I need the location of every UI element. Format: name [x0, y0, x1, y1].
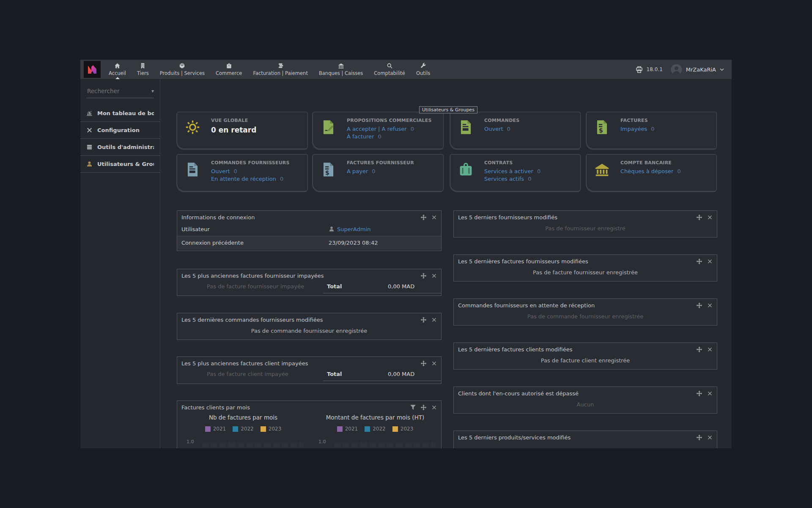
chart-panel-montant-factures: Montant de factures par mois (HT) 2021 2… [309, 412, 441, 448]
kpi-link[interactable]: Services à activer [484, 168, 533, 174]
move-icon[interactable] [421, 215, 426, 220]
kpi-link[interactable]: À facturer [347, 133, 374, 140]
kpi-title: FACTURES [620, 118, 711, 123]
widget-title: Les 5 dernières commandes fournisseurs m… [181, 317, 421, 323]
kpi-link[interactable]: A accepter | A refuser [347, 126, 407, 132]
close-icon[interactable] [707, 435, 713, 440]
widget-derniers-fournisseurs-modifies: Les 5 derniers fournisseurs modifiés Pas… [453, 210, 717, 237]
chart-legend: 2021 2022 2023 [309, 426, 441, 432]
nav-item-facturation-paiement[interactable]: Facturation | Paiement [247, 60, 313, 79]
printer-icon[interactable] [636, 66, 643, 73]
sidebar-item-users-groups[interactable]: Utilisateurs & Group... [80, 156, 160, 173]
nav-item-comptabilite[interactable]: Comptabilité [368, 60, 411, 79]
kpi-box-contrats: CONTRATS Services à activer0 Services ac… [450, 154, 581, 191]
kpi-link[interactable]: Ouvert [484, 126, 503, 132]
sidebar-item-configuration[interactable]: Configuration [80, 122, 160, 139]
move-icon[interactable] [697, 435, 702, 440]
nav-label: Produits | Services [160, 70, 205, 76]
nav-item-tiers[interactable]: Tiers [132, 60, 154, 79]
kpi-link[interactable]: Ouvert [211, 168, 230, 174]
empty-note: Pas de commande fournisseur enregistrée [177, 325, 441, 334]
bank-building-icon [594, 162, 610, 177]
total-row: Pas de facture client impayée Total 0,00… [177, 368, 441, 381]
sidebar-search[interactable]: ▾ [86, 87, 154, 98]
legend-swatch-2021 [205, 426, 211, 432]
total-label: Total [327, 283, 342, 290]
move-icon[interactable] [421, 317, 426, 323]
widget-title: Informations de connexion [181, 214, 421, 221]
sidebar-item-admin-tools[interactable]: Outils d'administrati... [80, 139, 160, 156]
close-icon[interactable] [431, 273, 437, 279]
superadmin-link[interactable]: SuperAdmin [337, 226, 371, 232]
nav-item-outils[interactable]: Outils [411, 60, 436, 79]
kpi-box-commandes: COMMANDES Ouvert0 [450, 112, 581, 149]
kpi-link[interactable]: A payer [347, 168, 368, 174]
nav-label: Accueil [109, 70, 126, 76]
kpi-link[interactable]: Services actifs [484, 176, 524, 182]
close-icon[interactable] [431, 361, 437, 366]
kpi-title: VUE GLOBALE [211, 118, 302, 123]
chart-title: Nb de factures par mois [177, 414, 309, 421]
version-label: 18.0.1 [647, 66, 663, 72]
close-icon[interactable] [707, 391, 713, 396]
close-icon[interactable] [707, 215, 713, 220]
user-avatar[interactable] [671, 64, 682, 75]
invoice-icon: $ [594, 119, 610, 135]
close-icon[interactable] [707, 347, 713, 352]
widget-dernieres-factures-fournisseurs: Les 5 dernières factures fournisseurs mo… [453, 254, 717, 282]
move-icon[interactable] [421, 273, 426, 279]
sidebar-item-dashboard[interactable]: Mon tableau de bord [80, 105, 160, 122]
legend-label: 2021 [213, 426, 226, 432]
close-icon[interactable] [707, 303, 713, 308]
move-icon[interactable] [697, 215, 702, 220]
move-icon[interactable] [697, 347, 702, 352]
empty-note: Pas de facture client enregistrée [454, 354, 717, 364]
widget-title: Les 5 derniers produits/services modifié… [458, 434, 697, 441]
close-icon[interactable] [431, 317, 437, 323]
home-icon [114, 63, 121, 69]
kpi-count: 0 [677, 168, 680, 174]
kpi-title: COMMANDES [484, 118, 575, 123]
nav-label: Comptabilité [374, 70, 405, 76]
info-label: Utilisateur [181, 226, 210, 232]
nav-item-produits-services[interactable]: Produits | Services [154, 60, 210, 79]
kpi-count: 0 [372, 168, 375, 174]
close-icon[interactable] [431, 405, 437, 410]
move-icon[interactable] [697, 303, 702, 308]
close-icon[interactable] [707, 259, 713, 264]
total-value: 0,00 MAD [388, 283, 414, 290]
move-icon[interactable] [421, 361, 426, 366]
kpi-box-commandes-fournisseurs: COMMANDES FOURNISSEURS Ouvert0 En attent… [177, 154, 308, 191]
kpi-box-factures: $ FACTURES Impayées0 [586, 112, 717, 149]
navbar-spacer [436, 60, 635, 79]
widget-factures-fournisseur-impayees: Les 5 plus anciennes factures fournisseu… [177, 269, 442, 296]
widget-title: Commandes fournisseurs en attente de réc… [458, 302, 697, 309]
move-icon[interactable] [421, 405, 426, 410]
proposal-icon [321, 119, 336, 135]
kpi-link[interactable]: En attente de réception [211, 176, 276, 182]
kpi-title: COMMANDES FOURNISSEURS [211, 160, 302, 166]
search-dropdown-caret-icon[interactable]: ▾ [151, 88, 154, 94]
filter-icon[interactable] [410, 405, 416, 410]
close-icon[interactable] [431, 215, 437, 220]
coins-icon [277, 63, 284, 69]
search-input[interactable] [86, 87, 143, 95]
nav-item-banques-caisses[interactable]: Banques | Caisses [313, 60, 368, 79]
info-row-connexion-precedente: Connexion précédente 23/09/2023 08:42 [177, 236, 441, 249]
chevron-down-icon[interactable] [720, 68, 724, 71]
chart-title: Montant de factures par mois (HT) [309, 414, 441, 421]
y-axis-tick: 1.0 [187, 439, 194, 444]
kpi-link[interactable]: Chèques à déposer [620, 168, 673, 174]
move-icon[interactable] [697, 259, 702, 264]
widget-derniers-produits-services: Les 5 derniers produits/services modifié… [453, 431, 717, 448]
legend-swatch-2022 [365, 426, 370, 432]
chart-plot-area [202, 442, 303, 447]
nav-item-accueil[interactable]: Accueil [103, 60, 132, 79]
empty-note: Aucun [454, 398, 717, 408]
sidebar-item-label: Configuration [97, 127, 140, 133]
nav-item-commerce[interactable]: Commerce [210, 60, 247, 79]
app-logo[interactable] [84, 61, 101, 78]
kpi-link[interactable]: Impayées [620, 126, 647, 132]
move-icon[interactable] [697, 391, 702, 396]
username-label[interactable]: MrZaKaRiA [686, 66, 716, 73]
